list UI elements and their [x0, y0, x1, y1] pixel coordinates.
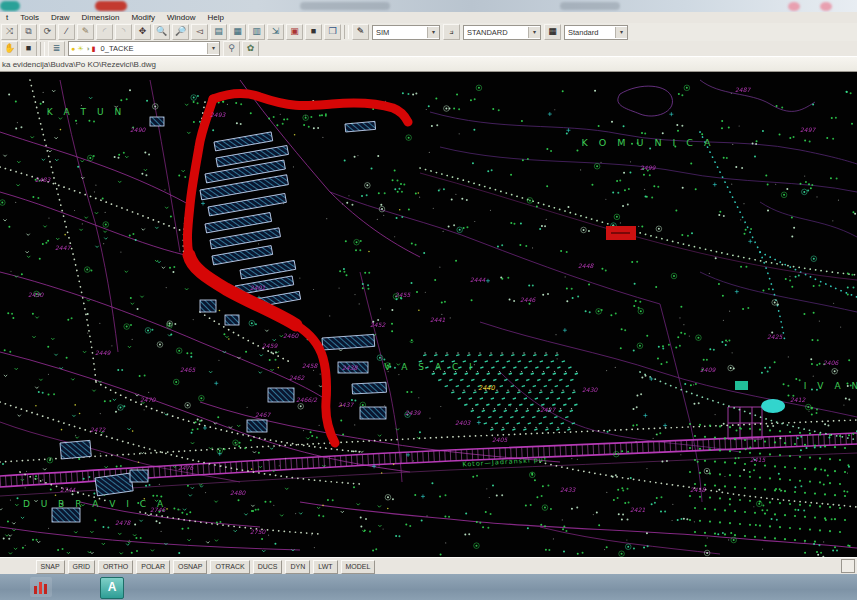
toggle-ducs[interactable]: DUCS [253, 560, 283, 574]
properties-icon[interactable]: ■ [305, 24, 322, 40]
smudge-2 [560, 2, 620, 10]
parcel-number: 2750 [250, 528, 266, 535]
parcel-number: 2458 [302, 362, 318, 369]
toggle-otrack[interactable]: OTRACK [210, 560, 249, 574]
toggle-lwt[interactable]: LWT [313, 560, 337, 574]
layer-walk-icon[interactable]: ✿ [242, 41, 259, 57]
parcel-number: 2437 [338, 401, 354, 408]
toolbar-separator [40, 42, 45, 56]
parcel-number: 2427 [540, 406, 556, 413]
building-footprint [352, 382, 386, 394]
building-footprint [225, 315, 239, 325]
menu-item-t[interactable]: t [0, 13, 14, 22]
layer-previous-icon[interactable]: ⚲ [223, 41, 240, 57]
zoom-window-icon[interactable]: 🔎 [172, 24, 189, 40]
parcel-number: 2744 [60, 486, 75, 493]
parcel-number: 2466/2 [296, 396, 318, 403]
layer-freeze-sun-icon[interactable]: ☀ [77, 45, 83, 53]
building-footprint [360, 407, 386, 419]
spline-icon[interactable]: ◝ [115, 24, 132, 40]
menu-item-modify[interactable]: Modify [125, 13, 161, 22]
block-editor-icon[interactable]: ❒ [324, 24, 341, 40]
line-icon[interactable]: ∕ [58, 24, 75, 40]
layer-properties-icon[interactable]: ▤ [210, 24, 227, 40]
parcel-number: 2447 [55, 244, 71, 251]
rotate-icon[interactable]: ⟳ [39, 24, 56, 40]
standard-toolbar: ⤨⧉⟳∕✎◜◝✥🔍🔎◅▤▦▥⇲▣■❒ ✎ SIM ▾ ⟓ STANDARD ▾ … [0, 23, 857, 41]
named-ucs-icon[interactable]: ■ [20, 41, 37, 57]
layers-toolbar: ✋■ ≣ ●☀◑▮ 0_TACKE ▾ ⚲✿ [0, 41, 857, 57]
dim-style-dropdown[interactable]: STANDARD ▾ [463, 25, 541, 40]
parcel-number: 2441 [430, 316, 445, 323]
drawing-title-bar: ka evidencija\Budva\Po KO\Rezevici\B.dwg [0, 56, 857, 72]
layer-merge-icon[interactable]: ⇲ [267, 24, 284, 40]
building-footprint [130, 470, 148, 482]
toggle-snap[interactable]: SNAP [36, 560, 65, 574]
layer-dropdown[interactable]: ●☀◑▮ 0_TACKE ▾ [68, 41, 220, 56]
text-style-value: SIM [373, 28, 427, 37]
chevron-down-icon[interactable]: ▾ [427, 27, 439, 38]
toggle-ortho[interactable]: ORTHO [98, 560, 133, 574]
pan-icon[interactable]: ✥ [134, 24, 151, 40]
text-style-dropdown[interactable]: SIM ▾ [372, 25, 440, 40]
chevron-down-icon[interactable]: ▾ [207, 43, 219, 54]
stretch-icon[interactable]: ⤨ [1, 24, 18, 40]
autocad-letter: A [108, 580, 117, 594]
place-label: V A S A C I [384, 362, 475, 372]
chevron-down-icon[interactable]: ▾ [528, 27, 540, 38]
autocad-window: tToolsDrawDimensionModifyWindowHelp ⤨⧉⟳∕… [0, 0, 857, 600]
zoom-realtime-icon[interactable]: 🔍 [153, 24, 170, 40]
toggle-osnap[interactable]: OSNAP [173, 560, 208, 574]
menu-item-window[interactable]: Window [161, 13, 201, 22]
parcel-number: 2455 [395, 291, 411, 298]
autocad-icon[interactable]: A [100, 577, 124, 599]
menu-item-tools[interactable]: Tools [14, 13, 45, 22]
pencil-icon[interactable]: ✎ [77, 24, 94, 40]
layer-lock-icon[interactable]: ◑ [86, 45, 90, 52]
layer-on-bulb-icon[interactable]: ● [71, 45, 75, 52]
drawing-file-path: ka evidencija\Budva\Po KO\Rezevici\B.dwg [2, 60, 156, 69]
layer-color-swatch[interactable]: ▮ [92, 45, 96, 53]
toggle-polar[interactable]: POLAR [136, 560, 170, 574]
table-style-value: Standard [565, 28, 615, 37]
menu-item-dimension[interactable]: Dimension [76, 13, 126, 22]
menu-item-draw[interactable]: Draw [45, 13, 76, 22]
parcel-number: 2448 [578, 262, 594, 269]
parcel-number: 2462 [289, 374, 305, 381]
arc-icon[interactable]: ◜ [96, 24, 113, 40]
toggle-dyn[interactable]: DYN [285, 560, 310, 574]
building-footprint [150, 117, 164, 126]
parcel-number: 2401 [250, 284, 265, 291]
place-label: I V A N [804, 381, 857, 391]
building-footprint [200, 300, 216, 312]
markup-icon[interactable]: ▣ [286, 24, 303, 40]
pink-circle-2 [820, 2, 832, 11]
place-label: K O M U N I C A [581, 137, 714, 148]
dim-style-value: STANDARD [464, 28, 528, 37]
parcel-number: 2409 [700, 366, 716, 373]
parcel-number: 2476 [178, 464, 194, 471]
drawing-canvas[interactable]: 2487249724992448244624442441243924032405… [0, 72, 857, 557]
copy-icon[interactable]: ⧉ [20, 24, 37, 40]
layer-states-icon[interactable]: ▦ [229, 24, 246, 40]
zoom-previous-icon[interactable]: ◅ [191, 24, 208, 40]
parcel-number: 2439 [405, 409, 421, 416]
dim-style-icon: ⟓ [443, 24, 460, 40]
parcel-number: 2499 [640, 164, 656, 171]
parcel-number: 2460 [283, 332, 299, 339]
parcel-number: 2449 [95, 349, 111, 356]
toggle-grid[interactable]: GRID [68, 560, 96, 574]
layer-translate-icon[interactable]: ▥ [248, 24, 265, 40]
parcel-number: 2472 [90, 426, 106, 433]
parcel-number: 2406 [823, 359, 839, 366]
parcel-number: 2433 [560, 486, 576, 493]
chevron-down-icon[interactable]: ▾ [615, 27, 627, 38]
table-style-dropdown[interactable]: Standard ▾ [564, 25, 628, 40]
ucs-icon[interactable]: ✋ [1, 41, 18, 57]
media-player-icon[interactable] [30, 577, 52, 597]
parcel-number: 2450 [28, 291, 44, 298]
windows-taskbar[interactable]: A [0, 574, 857, 600]
toggle-model[interactable]: MODEL [341, 560, 376, 574]
menu-item-help[interactable]: Help [201, 13, 229, 22]
layer-manager-icon[interactable]: ≣ [48, 41, 65, 57]
